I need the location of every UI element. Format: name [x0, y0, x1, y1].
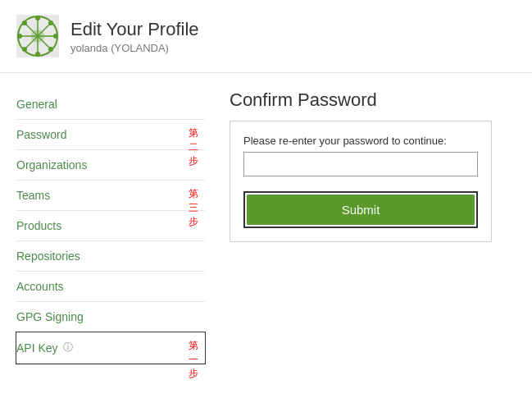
api-key-icon: ⓘ [63, 341, 73, 355]
sidebar-link-repositories[interactable]: Repositories [16, 249, 80, 263]
sidebar-link-gpg-signing[interactable]: GPG Signing [16, 310, 84, 323]
page-header: Edit Your Profile yolanda (YOLANDA) [0, 0, 532, 73]
confirm-password-title: Confirm Password [230, 89, 507, 111]
sidebar-link-accounts[interactable]: Accounts [16, 280, 64, 293]
sidebar-item-accounts[interactable]: Accounts [16, 272, 205, 302]
avatar [16, 15, 59, 57]
svg-point-6 [31, 30, 44, 43]
password-input[interactable] [243, 152, 478, 176]
sidebar-item-products[interactable]: Products [16, 211, 205, 241]
svg-point-12 [48, 47, 53, 52]
svg-point-7 [35, 16, 40, 21]
page-title: Edit Your Profile [70, 19, 199, 40]
header-username: yolanda (YOLANDA) [70, 42, 199, 54]
svg-point-13 [48, 21, 53, 25]
main-content: General Password 第二步 Organizations Teams… [0, 73, 532, 411]
svg-point-14 [22, 47, 27, 52]
sidebar-item-organizations[interactable]: Organizations [16, 150, 205, 181]
svg-point-8 [35, 52, 40, 57]
confirm-password-box: Please re-enter your password to continu… [230, 121, 492, 242]
sidebar-item-api-key[interactable]: API Key ⓘ 第一步 [16, 332, 205, 364]
svg-point-11 [22, 21, 27, 25]
annotation-step1: 第一步 [189, 339, 205, 381]
confirm-password-label: Please re-enter your password to continu… [243, 135, 478, 147]
submit-button-wrapper: Submit [243, 191, 478, 228]
sidebar-link-products[interactable]: Products [16, 219, 61, 232]
sidebar-item-password[interactable]: Password 第二步 [16, 120, 205, 150]
sidebar: General Password 第二步 Organizations Teams… [0, 73, 205, 411]
sidebar-link-api-key[interactable]: API Key [16, 341, 58, 355]
header-text: Edit Your Profile yolanda (YOLANDA) [70, 19, 199, 54]
svg-point-9 [17, 34, 22, 39]
sidebar-item-gpg-signing[interactable]: GPG Signing [16, 302, 205, 332]
sidebar-link-password[interactable]: Password [16, 128, 66, 141]
svg-point-10 [53, 34, 58, 39]
submit-button[interactable]: Submit [247, 195, 475, 225]
sidebar-link-organizations[interactable]: Organizations [16, 158, 87, 172]
sidebar-item-teams[interactable]: Teams 第三步 [16, 181, 205, 211]
sidebar-link-general[interactable]: General [16, 98, 57, 111]
sidebar-item-repositories[interactable]: Repositories [16, 241, 205, 272]
sidebar-link-teams[interactable]: Teams [16, 189, 50, 202]
sidebar-item-general[interactable]: General [16, 89, 205, 120]
content-area: Confirm Password Please re-enter your pa… [205, 73, 532, 411]
